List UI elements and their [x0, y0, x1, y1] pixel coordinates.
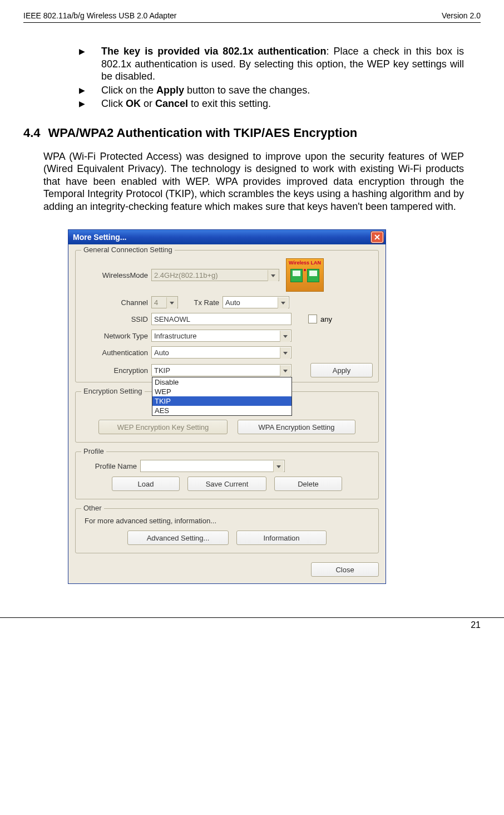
bullet-icon: ▶	[79, 84, 101, 96]
wirelessmode-value: 2.4GHz(802.11b+g)	[154, 271, 218, 279]
pc-icon	[307, 269, 319, 282]
group-general-connection: General Connection Setting WirelessMode …	[75, 250, 379, 382]
chevron-down-icon	[280, 347, 290, 359]
wirelessmode-combo: 2.4GHz(802.11b+g)	[151, 269, 279, 281]
close-button[interactable]	[371, 232, 383, 243]
advanced-setting-button[interactable]: Advanced Setting...	[127, 531, 229, 545]
label-authentication: Authentication	[81, 348, 151, 357]
bullet-text: Click OK or Cancel to exit this setting.	[101, 97, 464, 110]
encryption-value: TKIP	[154, 366, 170, 375]
label-networktype: Network Type	[81, 332, 151, 340]
encryption-option[interactable]: AES	[152, 406, 291, 415]
ssid-input[interactable]: SENAOWL	[151, 313, 291, 325]
close-button[interactable]: Close	[311, 562, 379, 577]
logo-text: Wireless LAN	[289, 261, 321, 266]
channel-combo: 4	[151, 296, 178, 308]
t: Click	[101, 98, 126, 109]
label-ssid: SSID	[81, 315, 151, 323]
page-number: 21	[0, 618, 504, 636]
group-legend: Other	[81, 504, 104, 512]
information-button[interactable]: Information	[236, 531, 327, 545]
list-item: ▶ The key is provided via 802.1x authent…	[79, 45, 464, 83]
authentication-combo[interactable]: Auto	[151, 346, 291, 359]
dialog-title: More Setting...	[73, 233, 126, 242]
group-legend: Encryption Setting	[81, 387, 145, 395]
bullet-icon: ▶	[79, 97, 101, 109]
t: OK	[126, 98, 141, 109]
any-checkbox-row[interactable]: any	[308, 315, 332, 323]
dialog-more-setting: More Setting... General Connection Setti…	[68, 229, 386, 584]
channel-value: 4	[154, 298, 158, 307]
encryption-combo[interactable]: TKIP DisableWEPTKIPAES	[151, 364, 291, 376]
list-item: ▶ Click OK or Cancel to exit this settin…	[79, 97, 464, 110]
group-legend: Profile	[81, 447, 106, 455]
header-left: IEEE 802.11a/b/g Wireless USB 2.0 Adapte…	[23, 11, 177, 20]
save-current-button[interactable]: Save Current	[187, 477, 266, 491]
pc-icon	[290, 269, 303, 282]
authentication-value: Auto	[154, 348, 169, 357]
encryption-dropdown-list[interactable]: DisableWEPTKIPAES	[152, 377, 292, 416]
wave-icon	[304, 269, 306, 271]
section-number: 4.4	[23, 126, 41, 140]
close-icon	[374, 234, 380, 240]
profile-name-combo[interactable]	[140, 460, 285, 472]
dialog-body: General Connection Setting WirelessMode …	[68, 244, 386, 583]
bullet-text: The key is provided via 802.1x authentic…	[101, 45, 464, 83]
chevron-down-icon	[280, 365, 290, 376]
encryption-option[interactable]: Disable	[152, 377, 291, 387]
group-profile: Profile Profile Name Load Save Current D…	[75, 451, 379, 499]
chevron-down-icon	[280, 331, 290, 342]
bullet-list: ▶ The key is provided via 802.1x authent…	[79, 45, 464, 110]
label-wirelessmode: WirelessMode	[81, 271, 151, 279]
encryption-option[interactable]: WEP	[152, 387, 291, 396]
ssid-value: SENAOWL	[154, 315, 190, 323]
titlebar[interactable]: More Setting...	[68, 230, 386, 244]
wpa-encryption-button[interactable]: WPA Encryption Setting	[238, 420, 355, 434]
load-button[interactable]: Load	[112, 477, 180, 491]
t: to exit this setting.	[188, 98, 271, 109]
t: button to save the changes.	[184, 85, 310, 96]
chevron-down-icon	[166, 297, 177, 308]
any-label: any	[320, 315, 332, 323]
body-paragraph: WPA (Wi-Fi Protected Access) was designe…	[43, 150, 464, 213]
chevron-down-icon	[278, 297, 288, 308]
label-txrate: Tx Rate	[178, 298, 223, 307]
bullet-text: Click on the Apply button to save the ch…	[101, 84, 464, 97]
bullet-icon: ▶	[79, 45, 101, 57]
group-other: Other For more advanced setting, informa…	[75, 508, 379, 553]
label-profile-name: Profile Name	[81, 462, 140, 470]
bullet-strong: The key is provided via 802.1x authentic…	[101, 46, 327, 57]
apply-button[interactable]: Apply	[310, 363, 373, 377]
wep-encryption-button[interactable]: WEP Encryption Key Setting	[98, 420, 228, 434]
list-item: ▶ Click on the Apply button to save the …	[79, 84, 464, 97]
encryption-option[interactable]: TKIP	[152, 396, 291, 406]
section-heading: 4.4WPA/WPA2 Authentication with TKIP/AES…	[23, 126, 481, 140]
t: Apply	[156, 85, 184, 96]
t: Click on the	[101, 85, 156, 96]
page-header: IEEE 802.11a/b/g Wireless USB 2.0 Adapte…	[23, 11, 481, 23]
wireless-lan-logo: Wireless LAN	[286, 258, 324, 292]
chevron-down-icon	[268, 270, 278, 281]
label-encryption: Encryption	[81, 366, 151, 375]
label-channel: Channel	[81, 298, 151, 307]
group-legend: General Connection Setting	[81, 246, 175, 254]
any-checkbox[interactable]	[308, 315, 317, 323]
other-text: For more advanced setting, information..…	[85, 517, 373, 525]
txrate-combo[interactable]: Auto	[223, 296, 289, 308]
delete-button[interactable]: Delete	[274, 477, 342, 491]
chevron-down-icon	[273, 461, 284, 472]
networktype-value: Infrastructure	[154, 332, 197, 340]
section-title: WPA/WPA2 Authentication with TKIP/AES En…	[48, 126, 358, 140]
t: Cancel	[155, 98, 188, 109]
header-right: Version 2.0	[442, 11, 481, 20]
networktype-combo[interactable]: Infrastructure	[151, 330, 291, 342]
txrate-value: Auto	[225, 298, 240, 307]
t: or	[141, 98, 155, 109]
